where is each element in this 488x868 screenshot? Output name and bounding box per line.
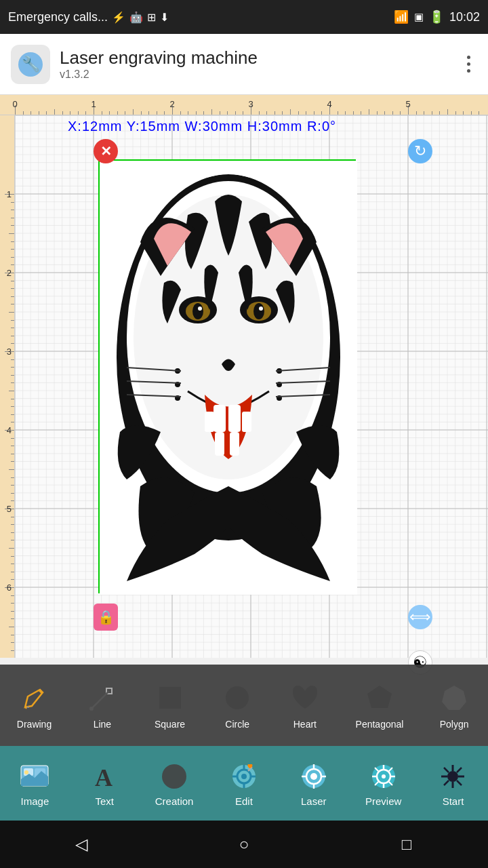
status-bar: Emergency calls... ⚡ 🤖 ⊞ ⬇ 📶 ▣ 🔋 10:02: [0, 0, 488, 34]
nav-preview-button[interactable]: Preview: [357, 760, 411, 807]
drawing-icon: [18, 681, 52, 715]
svg-point-14: [198, 307, 202, 311]
creation-icon: [158, 760, 190, 793]
tiger-image: [100, 161, 357, 595]
shape-square-button[interactable]: Square: [153, 681, 187, 730]
svg-rect-20: [215, 432, 224, 456]
circle-label: Circle: [225, 719, 249, 730]
ruler-top: 012345: [0, 95, 488, 115]
svg-point-45: [24, 770, 28, 774]
canvas-area[interactable]: 012345 123456 X:12mm Y:15mm W:30mm H:30m…: [0, 95, 488, 746]
nav-start-label: Start: [443, 795, 464, 807]
wifi-icon: 📶: [394, 9, 409, 24]
nav-edit-label: Edit: [235, 795, 253, 807]
svg-point-15: [259, 307, 263, 311]
menu-dot: [467, 69, 470, 73]
lock-icon: 🔒: [98, 609, 115, 625]
square-icon: [153, 681, 187, 715]
home-button[interactable]: ○: [230, 831, 258, 858]
nav-image-button[interactable]: Image: [7, 760, 62, 807]
sim-icon: ▣: [414, 11, 424, 23]
laser-icon: [298, 760, 330, 793]
back-icon: ◁: [75, 835, 87, 854]
circle-icon: [220, 681, 254, 715]
tiger-image-container[interactable]: [98, 159, 356, 593]
svg-rect-21: [230, 432, 239, 456]
carrier-text: Emergency calls...: [8, 10, 108, 24]
svg-rect-38: [159, 687, 181, 709]
svg-point-64: [382, 774, 386, 778]
image-icon: [18, 760, 51, 793]
nav-preview-label: Preview: [365, 795, 401, 807]
svg-marker-40: [367, 686, 392, 708]
recent-button[interactable]: □: [393, 831, 420, 858]
svg-rect-16: [214, 405, 226, 432]
status-left: Emergency calls... ⚡ 🤖 ⊞ ⬇: [8, 10, 169, 24]
svg-point-73: [447, 771, 458, 782]
ruler-left: 123456: [0, 115, 15, 658]
svg-point-12: [192, 303, 203, 319]
app-logo-icon: 🔧: [16, 50, 45, 79]
home-icon: ○: [239, 835, 249, 854]
app-icon: 🔧: [11, 45, 50, 84]
usb-icon: ⚡: [112, 11, 125, 24]
app-title: Laser engraving machine: [60, 47, 460, 68]
svg-point-47: [162, 764, 186, 789]
android-nav: ◁ ○ □: [0, 821, 488, 868]
text-icon: A: [88, 760, 121, 793]
nav-start-button[interactable]: Start: [426, 760, 480, 807]
svg-rect-17: [228, 405, 241, 432]
svg-line-81: [444, 781, 449, 785]
svg-line-80: [457, 768, 462, 772]
shape-circle-button[interactable]: Circle: [220, 681, 254, 730]
edit-icon: [228, 760, 260, 793]
svg-point-57: [310, 773, 317, 780]
nav-edit-button[interactable]: Edit: [217, 760, 271, 807]
nav-laser-label: Laser: [301, 795, 327, 807]
svg-line-36: [92, 691, 109, 709]
handle-lock-button[interactable]: 🔒: [94, 604, 118, 631]
back-button[interactable]: ◁: [68, 831, 95, 858]
line-icon: [85, 681, 119, 715]
nav-laser-button[interactable]: Laser: [287, 760, 341, 807]
svg-line-78: [444, 768, 449, 772]
svg-text:A: A: [95, 764, 113, 791]
nav-creation-label: Creation: [155, 795, 194, 807]
drawing-label: Drawing: [17, 719, 52, 730]
scale-icon: ⟺: [409, 608, 431, 626]
handle-rotate-button[interactable]: ↻: [408, 139, 432, 163]
nav-text-label: Text: [96, 795, 115, 807]
heart-icon: [288, 681, 322, 715]
nav-tabs: Image A Text Creation: [0, 746, 488, 821]
nav-creation-button[interactable]: Creation: [147, 760, 201, 807]
svg-rect-18: [205, 412, 214, 432]
android-icon: 🤖: [129, 11, 143, 24]
battery-icon: 🔋: [429, 9, 444, 24]
svg-point-39: [226, 686, 249, 709]
app-title-block: Laser engraving machine v1.3.2: [60, 47, 460, 81]
status-right: 📶 ▣ 🔋 10:02: [394, 9, 480, 24]
polygon-label: Polygn: [440, 719, 469, 730]
polygon-icon: [437, 681, 471, 715]
app-header: 🔧 Laser engraving machine v1.3.2: [0, 34, 488, 95]
shape-drawing-button[interactable]: Drawing: [17, 681, 52, 730]
shape-line-button[interactable]: Line: [85, 681, 119, 730]
menu-button[interactable]: [460, 49, 477, 79]
rotate-icon: ↻: [414, 142, 426, 160]
menu-dot: [467, 56, 470, 59]
shape-pentagonal-button[interactable]: Pentagonal: [356, 681, 404, 730]
pentagonal-label: Pentagonal: [356, 719, 404, 730]
handle-delete-button[interactable]: ✕: [94, 139, 118, 163]
dimension-label: X:12mm Y:15mm W:30mm H:30mm R:0°: [68, 119, 336, 134]
handle-scale-button[interactable]: ⟺: [408, 605, 432, 629]
app-version: v1.3.2: [60, 68, 460, 81]
shape-polygon-button[interactable]: Polygn: [437, 681, 471, 730]
svg-line-79: [457, 781, 462, 785]
nav-image-label: Image: [21, 795, 49, 807]
shape-heart-button[interactable]: Heart: [288, 681, 322, 730]
square-label: Square: [155, 719, 185, 730]
heart-label: Heart: [293, 719, 317, 730]
download-icon: ⬇: [160, 11, 169, 24]
svg-point-50: [241, 774, 247, 779]
nav-text-button[interactable]: A Text: [77, 760, 131, 807]
